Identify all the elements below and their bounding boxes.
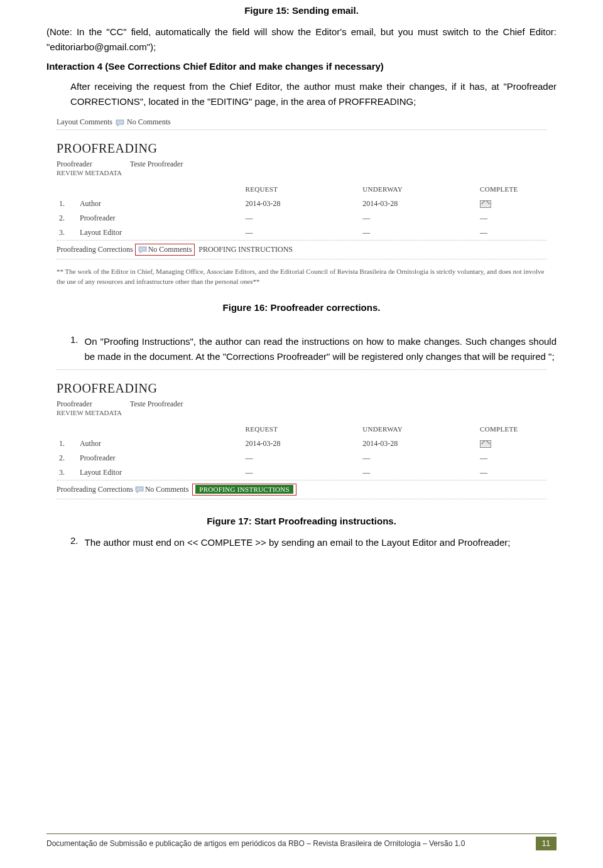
footer-text: Documentação de Submissão e publicação d… xyxy=(46,839,536,848)
no-comments-text: No Comments xyxy=(127,117,171,126)
proofreader-name: Teste Proofreader xyxy=(130,160,183,169)
th-underway-2: UNDERWAY xyxy=(360,421,477,437)
screenshot-footnote: ** The work of the Editor in Chief, Mana… xyxy=(57,267,546,287)
no-comments-text-2: No Comments xyxy=(148,245,192,254)
proofreader-label: Proofreader xyxy=(57,160,92,169)
table-row: 1. Author 2014-03-28 2014-03-28 xyxy=(57,197,546,211)
proofreader-label-2: Proofreader xyxy=(57,399,92,409)
page-number: 11 xyxy=(536,837,557,850)
list-number-1: 1. xyxy=(70,334,79,364)
speech-bubble-icon xyxy=(116,118,126,127)
page-footer: Documentação de Submissão e publicação d… xyxy=(46,833,557,850)
review-metadata-link: REVIEW METADATA xyxy=(57,169,546,176)
proofing-instructions-highlighted: PROOFING INSTRUCTIONS xyxy=(195,485,293,494)
note-paragraph: (Note: In the "CC" field, automatically … xyxy=(46,24,557,55)
list-item-1-text: On "Proofing Instructions", the author c… xyxy=(85,334,557,364)
th-request-2: REQUEST xyxy=(243,421,361,437)
th-complete: COMPLETE xyxy=(477,182,546,197)
envelope-icon xyxy=(480,200,491,208)
proofreading-corrections-label-2: Proofreading Corrections xyxy=(57,485,133,494)
th-complete-2: COMPLETE xyxy=(477,421,546,437)
table-row: 2. Proofreader — — — xyxy=(57,211,546,225)
highlight-box-corrections: No Comments xyxy=(135,244,195,256)
list-item-2-text: The author must end on << COMPLETE >> by… xyxy=(85,535,557,550)
figure-17-caption: Figure 17: Start Proofreading instructio… xyxy=(46,516,557,526)
layout-comments-label: Layout Comments xyxy=(57,117,112,127)
proofreader-name-2: Teste Proofreader xyxy=(130,399,183,409)
list-number-2: 2. xyxy=(70,535,79,550)
table-row: 3. Layout Editor — — — xyxy=(57,225,546,240)
table-row: 3. Layout Editor — — — xyxy=(57,465,546,480)
screenshot-proofreading-1: Layout Comments No Comments PROOFREADING… xyxy=(57,116,546,287)
th-underway: UNDERWAY xyxy=(360,182,477,197)
table-row: 1. Author 2014-03-28 2014-03-28 xyxy=(57,437,546,451)
proofreading-table: REQUEST UNDERWAY COMPLETE 1. Author 2014… xyxy=(57,182,546,240)
proofreading-heading: PROOFREADING xyxy=(57,141,546,156)
proofreading-heading-2: PROOFREADING xyxy=(57,381,546,396)
th-request: REQUEST xyxy=(243,182,361,197)
proofing-instructions-link: PROOFING INSTRUCTIONS xyxy=(198,245,293,254)
interaction-4-body: After receiving the request from the Chi… xyxy=(46,79,557,109)
interaction-4-heading: Interaction 4 (See Corrections Chief Edi… xyxy=(46,61,557,72)
envelope-icon-2 xyxy=(480,440,491,448)
proofreading-table-2: REQUEST UNDERWAY COMPLETE 1. Author 2014… xyxy=(57,421,546,480)
figure-16-caption: Figure 16: Proofreader corrections. xyxy=(46,302,557,313)
table-row: 2. Proofreader — — — xyxy=(57,451,546,465)
review-metadata-link-2: REVIEW METADATA xyxy=(57,409,546,416)
proofreading-corrections-label: Proofreading Corrections xyxy=(57,245,133,254)
highlight-box-proofing-instructions: PROOFING INSTRUCTIONS xyxy=(192,484,296,496)
no-comments-text-3: No Comments xyxy=(145,485,189,494)
figure-15-caption: Figure 15: Sending email. xyxy=(46,5,557,16)
screenshot-proofreading-2: PROOFREADING Proofreader Teste Proofread… xyxy=(57,369,546,499)
